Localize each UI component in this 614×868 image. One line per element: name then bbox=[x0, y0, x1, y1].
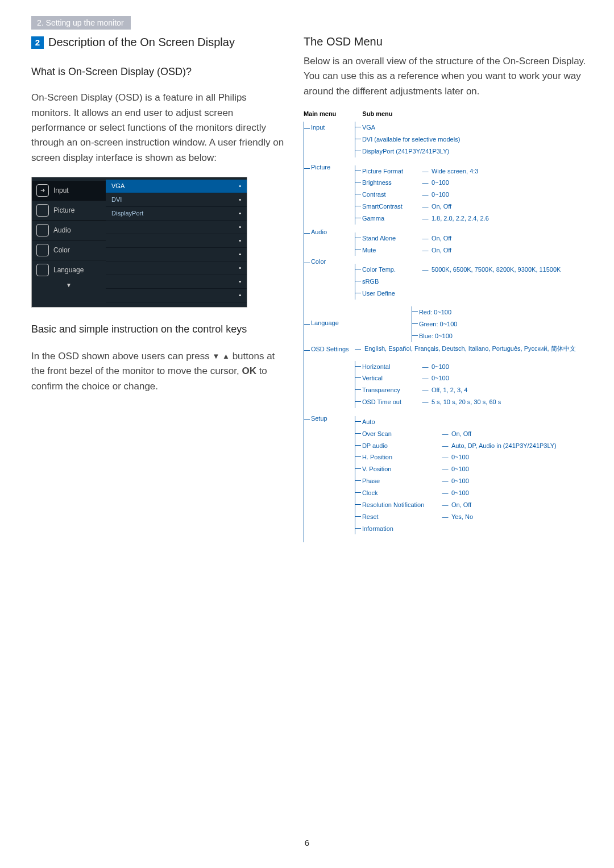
leaf-label: Gamma bbox=[362, 214, 419, 223]
dot-icon: • bbox=[239, 251, 241, 258]
osd-sub-row: DVI• bbox=[106, 193, 247, 207]
leaf-val: On, Off bbox=[432, 202, 591, 211]
leaf-val: 1.8, 2.0, 2.2, 2.4, 2.6 bbox=[432, 214, 591, 223]
osd-tree: Main menu Sub menu Input Picture Audio C… bbox=[304, 110, 591, 542]
dot-icon: • bbox=[239, 279, 241, 285]
sub-color-userdefine: Red: 0~100 Green: 0~100 Blue: 0~100 bbox=[412, 306, 591, 342]
dot-icon: • bbox=[239, 292, 241, 298]
leaf-val: 5000K, 6500K, 7500K, 8200K, 9300K, 11500… bbox=[432, 265, 591, 274]
chevron-down-icon: ▼ bbox=[32, 280, 106, 290]
sub-audio: Stand Alone—On, Off Mute—On, Off bbox=[355, 232, 591, 256]
section-number-badge: 2 bbox=[31, 36, 44, 49]
osd-menu-label: Language bbox=[53, 266, 84, 274]
column-right: The OSD Menu Below is an overall view of… bbox=[304, 35, 591, 542]
leaf-label: Over Scan bbox=[362, 430, 439, 438]
page-number: 6 bbox=[0, 838, 614, 848]
osd-menu-picture: Picture bbox=[32, 201, 106, 221]
osd-sub-row: VGA• bbox=[106, 180, 247, 193]
leaf-val: 5 s, 10 s, 20 s, 30 s, 60 s bbox=[432, 398, 591, 406]
leaf-label: sRGB bbox=[362, 277, 419, 286]
leaf: Red: 0~100 bbox=[419, 308, 591, 317]
tree-sub-col: VGA DVI (available for selective models)… bbox=[355, 122, 591, 542]
tree-body: Input Picture Audio Color Language OSD S… bbox=[304, 122, 591, 542]
main-picture: Picture bbox=[304, 164, 355, 171]
leaf: Blue: 0~100 bbox=[419, 332, 591, 340]
leaf-val: On, Off bbox=[432, 246, 591, 255]
leaf-label: Clock bbox=[362, 489, 439, 497]
sub-picture: Picture Format—Wide screen, 4:3 Brightne… bbox=[355, 165, 591, 225]
main-color: Color bbox=[304, 258, 355, 265]
leaf: DVI (available for selective models) bbox=[362, 135, 591, 144]
leaf-label: Resolution Notification bbox=[362, 501, 439, 509]
column-left: 2Description of the On Screen Display Wh… bbox=[31, 35, 287, 542]
osd-menu-body: Below is an overall view of the structur… bbox=[304, 54, 591, 99]
leaf-val: Auto, DP, Audio in (241P3Y/241P3LY) bbox=[451, 442, 591, 450]
osd-sub-label: DisplayPort bbox=[111, 210, 143, 217]
leaf-label: Transparency bbox=[362, 386, 419, 394]
main-osdsettings: OSD Settings bbox=[304, 346, 355, 352]
leaf: Green: 0~100 bbox=[419, 320, 591, 329]
audio-icon bbox=[36, 224, 49, 236]
osd-screenshot-menu: Input Picture Audio Color Language ▼ bbox=[32, 177, 106, 307]
osd-menu-title: The OSD Menu bbox=[304, 35, 591, 48]
leaf-val: 0~100 bbox=[451, 465, 591, 474]
language-icon bbox=[36, 264, 49, 276]
leaf-label: Reset bbox=[362, 513, 439, 521]
leaf-val: 0~100 bbox=[451, 489, 591, 497]
osd-sub-row: • bbox=[106, 275, 247, 289]
down-arrow-icon: ▼ bbox=[212, 352, 219, 360]
tree-main-col: Input Picture Audio Color Language OSD S… bbox=[304, 122, 355, 542]
dot-icon: • bbox=[239, 210, 241, 217]
up-arrow-icon: ▲ bbox=[222, 352, 230, 360]
content: 2Description of the On Screen Display Wh… bbox=[31, 35, 591, 542]
section-heading: 2Description of the On Screen Display bbox=[31, 35, 287, 49]
leaf-val: English, Español, Français, Deutsch, Ita… bbox=[364, 345, 576, 352]
leaf-val: On, Off bbox=[451, 430, 591, 438]
leaf-val: On, Off bbox=[451, 501, 591, 509]
sub-color: Color Temp.—5000K, 6500K, 7500K, 8200K, … bbox=[355, 264, 591, 300]
ok-key-label: OK bbox=[242, 366, 256, 376]
leaf-val: Off, 1, 2, 3, 4 bbox=[432, 386, 591, 394]
osd-menu-color: Color bbox=[32, 240, 106, 260]
osd-sub-label: DVI bbox=[111, 196, 122, 203]
main-language: Language bbox=[304, 319, 355, 326]
dot-icon: • bbox=[239, 197, 241, 203]
leaf-label: Auto bbox=[362, 418, 439, 426]
keys-paragraph: In the OSD shown above users can press ▼… bbox=[31, 349, 287, 394]
leaf-label: Contrast bbox=[362, 190, 419, 199]
head-main: Main menu bbox=[304, 110, 336, 117]
leaf: DisplayPort (241P3Y/241P3LY) bbox=[362, 147, 591, 156]
leaf-label: H. Position bbox=[362, 453, 439, 462]
leaf-val: 0~100 bbox=[432, 363, 591, 371]
osd-sub-row: • bbox=[106, 234, 247, 248]
section-title-text: Description of the On Screen Display bbox=[48, 36, 235, 48]
leaf-val: Wide screen, 4:3 bbox=[432, 167, 591, 176]
osd-sub-row: • bbox=[106, 248, 247, 261]
question-title: What is On-Screen Display (OSD)? bbox=[31, 66, 287, 78]
sub-input: VGA DVI (available for selective models)… bbox=[355, 122, 591, 157]
main-input: Input bbox=[304, 124, 355, 131]
input-icon bbox=[36, 184, 49, 197]
dot-icon: • bbox=[239, 265, 241, 271]
dot-icon: • bbox=[239, 183, 241, 189]
leaf-label: V. Position bbox=[362, 465, 439, 474]
leaf-label: Phase bbox=[362, 477, 439, 485]
leaf-val: 0~100 bbox=[432, 374, 591, 383]
sub-osdsettings: Horizontal—0~100 Vertical—0~100 Transpar… bbox=[355, 361, 591, 408]
leaf-label: User Define bbox=[362, 289, 419, 298]
leaf-label: Horizontal bbox=[362, 363, 419, 371]
leaf-label: Mute bbox=[362, 246, 419, 255]
main-audio: Audio bbox=[304, 229, 355, 235]
osd-sub-row: • bbox=[106, 221, 247, 234]
tree-head: Main menu Sub menu bbox=[304, 110, 591, 117]
osd-screenshot-submenu: VGA• DVI• DisplayPort• • • • • • • bbox=[106, 177, 247, 307]
leaf-label: Picture Format bbox=[362, 167, 419, 176]
leaf-label: Vertical bbox=[362, 374, 419, 383]
osd-menu-label: Color bbox=[53, 246, 70, 254]
leaf-val: 0~100 bbox=[451, 453, 591, 462]
leaf-val: 0~100 bbox=[432, 178, 591, 187]
osd-screenshot: Input Picture Audio Color Language ▼ VGA… bbox=[31, 177, 247, 308]
picture-icon bbox=[36, 204, 49, 217]
osd-sub-row: DisplayPort• bbox=[106, 207, 247, 221]
body-text: In the OSD shown above users can press bbox=[31, 351, 212, 362]
